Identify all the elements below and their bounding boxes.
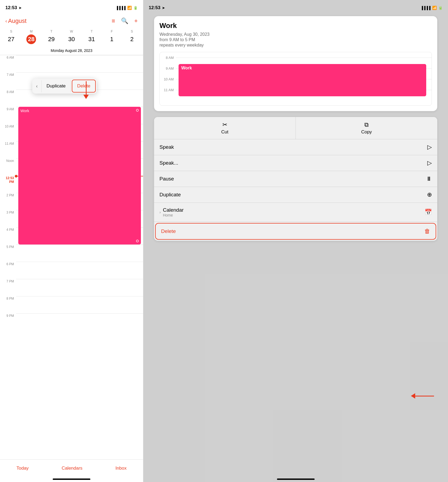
event-drag-handle-bottom[interactable] xyxy=(136,240,139,242)
arrow-head-right xyxy=(411,393,415,399)
day-col-sat[interactable]: S 2 xyxy=(122,30,142,44)
arrow-right-container xyxy=(411,393,434,399)
time-row-6pm: 6 PM xyxy=(0,262,143,279)
context-menu-right: ✂ Cut ⧉ Copy Speak ▷ Speak... ▷ Pause xyxy=(154,117,437,241)
back-month-button[interactable]: ‹ August xyxy=(5,17,27,24)
status-icons-left: ▐▐▐▐ 📶 🔋 xyxy=(116,6,138,10)
header-icons: ≡ 🔍 + xyxy=(112,17,138,24)
mini-label-11am: 11 AM xyxy=(160,88,176,92)
time-line-9pm xyxy=(16,313,143,331)
mini-label-10am: 10 AM xyxy=(160,77,176,81)
ctx-delete-row[interactable]: Delete 🗑 xyxy=(155,223,436,240)
day-col-sun[interactable]: S 27 xyxy=(1,30,21,44)
nav-inbox[interactable]: Inbox xyxy=(115,466,127,471)
mini-label-9am: 9 AM xyxy=(160,66,176,70)
calendar-sub: Home xyxy=(163,213,184,217)
arrow-left xyxy=(83,81,89,99)
day-col-thu[interactable]: T 31 xyxy=(81,30,102,44)
event-drag-handle-top[interactable] xyxy=(136,109,139,112)
location-icon-right: ➤ xyxy=(162,6,165,10)
ctx-duplicate-button[interactable]: Duplicate xyxy=(42,80,71,92)
calendar-icon: 📅 xyxy=(425,209,432,216)
event-block-label: Work xyxy=(20,109,29,113)
day-letter-mon: M xyxy=(30,30,33,33)
time-row-7pm: 7 PM xyxy=(0,279,143,296)
current-time-dot xyxy=(15,175,17,178)
ctx-speak-options-row[interactable]: Speak... ▷ xyxy=(154,155,437,171)
arrow-shaft-right xyxy=(415,396,434,396)
mini-label-8am: 8 AM xyxy=(160,56,176,60)
event-time: from 9 AM to 5 PM xyxy=(159,37,432,42)
time-label-7am: 7 AM xyxy=(0,72,16,90)
wifi-icon-left: 📶 xyxy=(127,6,132,10)
duplicate-icon: ⊕ xyxy=(427,191,432,198)
copy-icon: ⧉ xyxy=(364,121,369,128)
time-label-7pm: 7 PM xyxy=(0,279,16,296)
add-icon[interactable]: + xyxy=(134,17,138,24)
chevron-right-icon: › xyxy=(159,210,161,214)
wifi-icon-right: 📶 xyxy=(432,6,437,10)
time-line-6pm xyxy=(16,262,143,279)
time-right: 12:53 xyxy=(149,5,160,10)
work-event-block[interactable]: Work xyxy=(18,107,141,244)
left-panel: 12:53 ➤ ▐▐▐▐ 📶 🔋 ‹ August ≡ 🔍 + S 27 M 2… xyxy=(0,0,143,482)
day-number-sat: 2 xyxy=(127,34,137,44)
time-label-8am: 8 AM xyxy=(0,90,16,107)
calendar-label: Calendar xyxy=(163,207,184,213)
speak-options-label: Speak... xyxy=(159,160,178,166)
ctx-duplicate-row[interactable]: Duplicate ⊕ xyxy=(154,187,437,203)
day-number-fri: 1 xyxy=(107,34,117,44)
signal-icon-right: ▐▐▐▐ xyxy=(421,6,431,10)
ctx-back-button[interactable]: ‹ xyxy=(32,80,42,92)
event-date: Wednesday, Aug 30, 2023 xyxy=(159,32,432,37)
ctx-speak-row[interactable]: Speak ▷ xyxy=(154,139,437,155)
ctx-top-row: ✂ Cut ⧉ Copy xyxy=(154,117,437,139)
time-row-6am: 6 AM xyxy=(0,55,143,72)
nav-calendars[interactable]: Calendars xyxy=(62,466,83,471)
ctx-cut-button[interactable]: ✂ Cut xyxy=(154,117,296,139)
time-left: 12:53 xyxy=(5,5,17,10)
day-col-fri[interactable]: F 1 xyxy=(102,30,122,44)
day-col-mon[interactable]: M 28 xyxy=(21,30,41,44)
ctx-calendar-left: › Calendar Home xyxy=(159,207,184,217)
right-content: 12:53 ➤ ▐▐▐▐ 📶 🔋 Work Wednesday, Aug 30,… xyxy=(143,0,448,482)
speak-label: Speak xyxy=(159,144,174,150)
play-icon-speak-options: ▷ xyxy=(427,160,432,166)
time-line-7pm xyxy=(16,279,143,296)
duplicate-label: Duplicate xyxy=(159,192,181,198)
day-number-tue: 29 xyxy=(47,34,56,44)
day-col-wed[interactable]: W 30 xyxy=(62,30,82,44)
time-label-noon: Noon xyxy=(0,158,16,176)
mini-calendar: 8 AM 9 AM 10 AM 11 AM Work xyxy=(159,52,432,106)
mini-event-block[interactable]: Work xyxy=(179,64,426,96)
event-title: Work xyxy=(159,22,432,30)
time-line-6am xyxy=(16,55,143,72)
day-letter-sun: S xyxy=(10,30,12,33)
search-icon[interactable]: 🔍 xyxy=(121,17,128,24)
pause-icon: ⏸ xyxy=(426,175,432,182)
time-label-5pm: 5 PM xyxy=(0,244,16,262)
time-line-5pm xyxy=(16,244,143,262)
day-col-tue[interactable]: T 29 xyxy=(41,30,62,44)
date-subtitle: Monday August 28, 2023 xyxy=(0,47,143,55)
day-number-sun: 27 xyxy=(6,34,16,44)
day-number-mon: 28 xyxy=(26,34,36,44)
list-icon[interactable]: ≡ xyxy=(112,17,115,24)
time-label-8pm: 8 PM xyxy=(0,296,16,313)
home-indicator-right xyxy=(277,479,315,480)
battery-icon-left: 🔋 xyxy=(133,6,138,10)
ctx-copy-button[interactable]: ⧉ Copy xyxy=(296,117,437,139)
day-letter-thu: T xyxy=(91,30,93,33)
nav-today[interactable]: Today xyxy=(16,466,29,471)
ctx-pause-row[interactable]: Pause ⏸ xyxy=(154,171,437,187)
day-letter-tue: T xyxy=(50,30,52,33)
ctx-calendar-row[interactable]: › Calendar Home 📅 xyxy=(154,203,437,222)
status-icons-right: ▐▐▐▐ 📶 🔋 xyxy=(421,6,443,10)
time-grid: 6 AM 7 AM 8 AM 9 AM 10 AM 11 AM Noon 12 xyxy=(0,55,143,459)
time-label-9pm: 9 PM xyxy=(0,313,16,331)
event-detail-card: Work Wednesday, Aug 30, 2023 from 9 AM t… xyxy=(154,16,437,111)
back-chevron-icon: ‹ xyxy=(5,18,7,24)
time-row-8pm: 8 PM xyxy=(0,296,143,313)
day-number-thu: 31 xyxy=(87,34,97,44)
cut-icon: ✂ xyxy=(222,121,227,128)
